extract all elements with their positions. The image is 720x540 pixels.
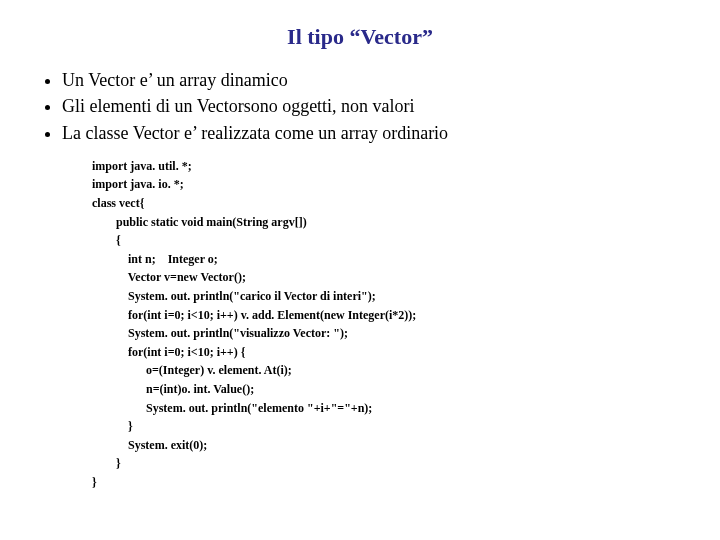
code-line: class vect{ (92, 196, 144, 210)
code-line: o=(Integer) v. element. At(i); (92, 363, 292, 377)
code-line: int n; Integer o; (92, 252, 218, 266)
code-line: { (92, 233, 121, 247)
code-line: System. out. println("visualizzo Vector:… (92, 326, 348, 340)
code-block: import java. util. *; import java. io. *… (92, 157, 680, 492)
code-line: n=(int)o. int. Value(); (92, 382, 254, 396)
code-line: for(int i=0; i<10; i++) v. add. Element(… (92, 308, 416, 322)
list-item: Gli elementi di un Vectorsono oggetti, n… (62, 94, 680, 118)
list-item: La classe Vector e’ realizzata come un a… (62, 121, 680, 145)
code-line: } (92, 456, 121, 470)
code-line: } (92, 475, 97, 489)
code-line: import java. io. *; (92, 177, 184, 191)
code-line: import java. util. *; (92, 159, 192, 173)
code-line: } (92, 419, 133, 433)
page-title: Il tipo “Vector” (40, 24, 680, 50)
code-line: System. out. println("elemento "+i+"="+n… (92, 401, 372, 415)
code-line: public static void main(String argv[]) (92, 215, 307, 229)
code-line: System. out. println("carico il Vector d… (92, 289, 376, 303)
slide: Il tipo “Vector” Un Vector e’ un array d… (0, 0, 720, 540)
code-line: Vector v=new Vector(); (92, 270, 246, 284)
code-line: System. exit(0); (92, 438, 207, 452)
code-line: for(int i=0; i<10; i++) { (92, 345, 245, 359)
bullet-list: Un Vector e’ un array dinamico Gli eleme… (40, 68, 680, 145)
list-item: Un Vector e’ un array dinamico (62, 68, 680, 92)
